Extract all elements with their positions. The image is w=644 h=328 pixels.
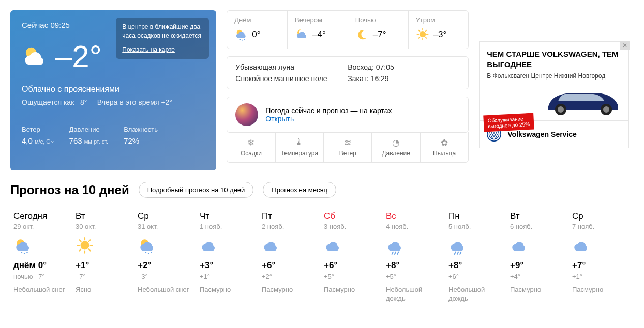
maps-open-link[interactable]: Открыть bbox=[265, 115, 392, 123]
sunny-icon bbox=[416, 28, 429, 41]
snow-cloud-icon bbox=[234, 28, 248, 41]
day-6[interactable]: Вс4 нояб.+8°+5°Небольшой дождь bbox=[383, 207, 445, 309]
stat-wind: Ветер 4,0 м/с, С› bbox=[22, 126, 54, 145]
moon-phase: Убывающая луна bbox=[235, 63, 348, 71]
map-tab-3[interactable]: ◔Давление bbox=[371, 132, 420, 162]
astro-panel: Убывающая луна Восход: 07:05 Спокойное м… bbox=[227, 56, 469, 89]
moon-icon bbox=[355, 28, 369, 41]
cloudy-icon bbox=[324, 237, 342, 255]
map-tab-1[interactable]: 🌡Температура bbox=[275, 132, 323, 162]
map-globe-icon bbox=[235, 103, 258, 126]
daypart-1[interactable]: Вечером–4° bbox=[287, 11, 348, 49]
rain-icon bbox=[386, 237, 405, 255]
day-5[interactable]: Сб3 нояб.+6°+5°Пасмурно bbox=[321, 207, 383, 309]
dayparts-row: Днём0°Вечером–4°Ночью–7°Утром–3° bbox=[227, 10, 469, 49]
feels-like: Ощущается как –8° Вчера в это время +2° bbox=[22, 98, 205, 106]
day-2[interactable]: Ср31 окт.+2°–3°Небольшой снег bbox=[134, 207, 197, 309]
magnetic-field: Спокойное магнитное поле bbox=[235, 74, 348, 83]
current-condition: Облачно с прояснениями bbox=[22, 85, 205, 94]
tenday-row: Сегодня29 окт.днём 0°ночью –7°Небольшой … bbox=[10, 207, 634, 309]
sunset: Закат: 16:29 bbox=[348, 74, 460, 83]
map-tab-4[interactable]: ✿Пыльца bbox=[420, 132, 468, 162]
map-tab-2[interactable]: ≋Ветер bbox=[323, 132, 371, 162]
current-temp: –2° bbox=[55, 39, 102, 74]
daypart-2[interactable]: Ночью–7° bbox=[348, 11, 408, 49]
show-on-map-link[interactable]: Показать на карте bbox=[122, 45, 175, 54]
stat-humidity: Влажность 72% bbox=[124, 126, 158, 145]
sunrise: Восход: 07:05 bbox=[348, 63, 460, 71]
partly-cloudy-icon bbox=[22, 43, 49, 70]
wind-direction-icon: › bbox=[50, 141, 55, 143]
maps-promo-text: Погода сейчас и прогноз — на картах bbox=[265, 106, 392, 115]
maps-promo[interactable]: Погода сейчас и прогноз — на картах Откр… bbox=[227, 97, 469, 133]
cloudy-icon bbox=[262, 237, 280, 255]
ad-close-icon[interactable]: ✕ bbox=[620, 41, 630, 50]
snow-cloud-icon bbox=[138, 237, 156, 255]
day-3[interactable]: Чт1 нояб.+3°+1°Пасмурно bbox=[197, 207, 259, 309]
map-layer-tabs: ❄Осадки🌡Температура≋Ветер◔Давление✿Пыльц… bbox=[227, 132, 469, 163]
ad-subtext: В Фольксваген Центре Нижний Новгород bbox=[487, 72, 621, 80]
detailed-tenday-button[interactable]: Подробный прогноз на 10 дней bbox=[139, 182, 254, 198]
stat-pressure: Давление 763 мм рт. ст. bbox=[69, 126, 109, 145]
ad-headline: ЧЕМ СТАРШЕ VOLKSWAGEN, ТЕМ ВЫГОДНЕЕ bbox=[487, 49, 621, 69]
precipitation-notice: В центре в ближайшие два часа осадков не… bbox=[116, 18, 209, 59]
partly-cloudy-night-icon bbox=[295, 28, 308, 41]
day-1[interactable]: Вт30 окт.+1°–7°Ясно bbox=[72, 207, 134, 309]
cloudy-icon bbox=[572, 237, 591, 255]
ad-footer-text: Volkswagen Service bbox=[507, 130, 577, 138]
day-4[interactable]: Пт2 нояб.+6°+2°Пасмурно bbox=[259, 207, 321, 309]
daypart-0[interactable]: Днём0° bbox=[227, 11, 287, 49]
sunny-icon bbox=[76, 237, 94, 255]
ad-banner[interactable]: ✕ ЧЕМ СТАРШЕ VOLKSWAGEN, ТЕМ ВЫГОДНЕЕ В … bbox=[479, 41, 629, 148]
rain-icon bbox=[448, 237, 467, 255]
day-0[interactable]: Сегодня29 окт.днём 0°ночью –7°Небольшой … bbox=[10, 207, 72, 309]
svg-point-18 bbox=[558, 106, 564, 113]
current-weather-card: Сейчас 09:25 В центре в ближайшие два ча… bbox=[10, 10, 216, 170]
cloudy-icon bbox=[510, 237, 529, 255]
daypart-3[interactable]: Утром–3° bbox=[408, 11, 469, 49]
day-8[interactable]: Вт6 нояб.+9°+4°Пасмурно bbox=[507, 207, 569, 309]
cloudy-icon bbox=[200, 237, 218, 255]
snow-cloud-icon bbox=[13, 237, 32, 255]
month-forecast-button[interactable]: Прогноз на месяц bbox=[263, 182, 336, 198]
svg-point-20 bbox=[603, 106, 609, 113]
day-7[interactable]: Пн5 нояб.+8°+6°Небольшой дождь bbox=[445, 207, 507, 309]
day-9[interactable]: Ср7 нояб.+7°+1°Пасмурно bbox=[569, 207, 631, 309]
ad-sticker: Обслуживаниевыгоднее до 25% bbox=[484, 113, 534, 132]
map-tab-0[interactable]: ❄Осадки bbox=[227, 132, 275, 162]
tenday-heading: Прогноз на 10 дней bbox=[10, 183, 129, 197]
